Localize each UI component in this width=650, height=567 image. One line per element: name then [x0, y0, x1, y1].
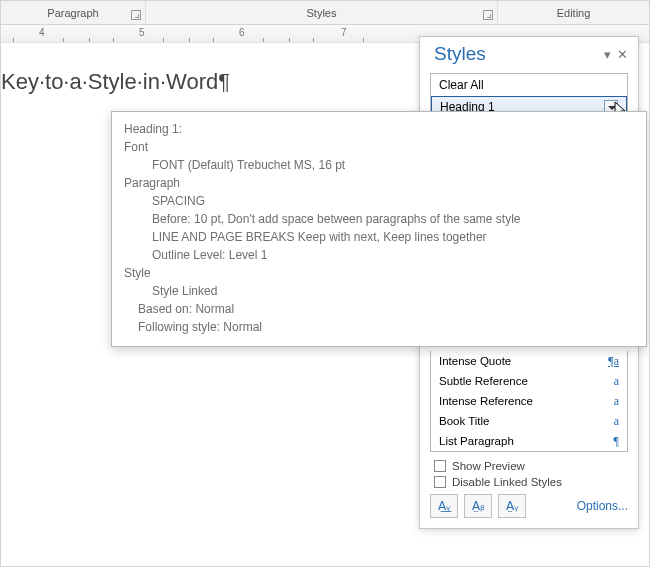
style-list-bottom[interactable]: Intense Quote ¶a Subtle Reference a Inte… [430, 351, 628, 452]
tooltip-line: SPACING [124, 192, 634, 210]
ribbon-group-labels: Paragraph Styles Editing [1, 1, 649, 25]
document-text-line[interactable]: Key·to·a·Style·in·Word¶ [1, 69, 230, 95]
ruler-mark: 5 [139, 27, 145, 38]
group-paragraph: Paragraph [1, 1, 146, 24]
show-preview-checkbox[interactable]: Show Preview [434, 460, 624, 472]
style-item-subtle-reference[interactable]: Subtle Reference a [431, 371, 627, 391]
checkbox-icon[interactable] [434, 460, 446, 472]
tooltip-line: Outline Level: Level 1 [124, 246, 634, 264]
tooltip-line: Before: 10 pt, Don't add space between p… [124, 210, 634, 228]
group-editing: Editing [498, 1, 649, 24]
ruler-mark: 6 [239, 27, 245, 38]
style-glyph-icon: a [614, 374, 619, 389]
style-inspector-button[interactable]: A̤ᵦ [464, 494, 492, 518]
style-item-clear-all[interactable]: Clear All [431, 74, 627, 96]
ruler-mark: 4 [39, 27, 45, 38]
style-item-intense-reference[interactable]: Intense Reference a [431, 391, 627, 411]
style-item-list-paragraph[interactable]: List Paragraph ¶ [431, 431, 627, 451]
tooltip-line: Based on: Normal [124, 300, 634, 318]
style-glyph-icon: ¶a [608, 354, 619, 369]
disable-linked-checkbox[interactable]: Disable Linked Styles [434, 476, 624, 488]
tooltip-line: Following style: Normal [124, 318, 634, 336]
style-glyph-icon: ¶ [614, 434, 619, 449]
paragraph-launcher-icon[interactable] [131, 10, 141, 20]
style-item-label: Clear All [439, 78, 484, 92]
style-item-intense-quote[interactable]: Intense Quote ¶a [431, 351, 627, 371]
tooltip-line: Style [124, 264, 634, 282]
style-item-label: Intense Quote [439, 355, 511, 367]
style-glyph-icon: a [614, 394, 619, 409]
style-description-tooltip: Heading 1: Font FONT (Default) Trebuchet… [111, 111, 647, 347]
options-link[interactable]: Options... [577, 499, 628, 513]
manage-styles-button[interactable]: A̤ᵧ [498, 494, 526, 518]
tooltip-line: LINE AND PAGE BREAKS Keep with next, Kee… [124, 228, 634, 246]
pane-options: Show Preview Disable Linked Styles [434, 460, 624, 488]
group-styles: Styles [146, 1, 498, 24]
styles-group-label: Styles [307, 7, 337, 19]
checkbox-icon[interactable] [434, 476, 446, 488]
styles-launcher-icon[interactable] [483, 10, 493, 20]
pane-title-text: Styles [434, 43, 486, 65]
tooltip-line: FONT (Default) Trebuchet MS, 16 pt [124, 156, 634, 174]
new-style-button[interactable]: A͟ᵧ [430, 494, 458, 518]
pane-titlebar[interactable]: Styles ▾ ✕ [420, 37, 638, 69]
tooltip-line: Font [124, 138, 634, 156]
tooltip-line: Paragraph [124, 174, 634, 192]
style-glyph-icon: a [614, 414, 619, 429]
pane-footer-buttons: A͟ᵧ A̤ᵦ A̤ᵧ Options... [430, 494, 628, 518]
style-item-label: Subtle Reference [439, 375, 528, 387]
pane-close-icon[interactable]: ✕ [617, 48, 628, 61]
paragraph-group-label: Paragraph [47, 7, 98, 19]
editing-group-label: Editing [557, 7, 591, 19]
pane-dropdown-icon[interactable]: ▾ [604, 48, 611, 61]
style-item-book-title[interactable]: Book Title a [431, 411, 627, 431]
style-item-label: Intense Reference [439, 395, 533, 407]
style-item-label: List Paragraph [439, 435, 514, 447]
checkbox-label: Disable Linked Styles [452, 476, 562, 488]
style-item-label: Book Title [439, 415, 490, 427]
ruler-mark: 7 [341, 27, 347, 38]
checkbox-label: Show Preview [452, 460, 525, 472]
tooltip-line: Style Linked [124, 282, 634, 300]
tooltip-line: Heading 1: [124, 120, 634, 138]
